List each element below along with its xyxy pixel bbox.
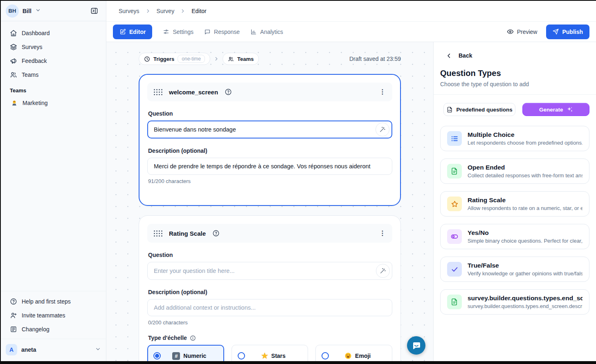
description-input[interactable]: Merci de prendre le temps de répondre à … xyxy=(147,158,392,175)
question-title-placeholder: Enter your question title here... xyxy=(154,268,371,274)
tab-editor[interactable]: Editor xyxy=(113,25,152,39)
star-emoji-icon: ★ xyxy=(261,352,268,360)
type-description: Collect detailed responses with free-for… xyxy=(468,172,583,179)
app-window: BH Bill Dashboard Surveys Feedback xyxy=(1,1,596,361)
sidebar-item-label: Dashboard xyxy=(22,30,50,36)
publish-button[interactable]: Publish xyxy=(546,25,589,39)
sidebar-item-surveys[interactable]: Surveys xyxy=(6,40,101,54)
help-circle-icon xyxy=(10,298,17,305)
drag-handle-icon[interactable] xyxy=(154,89,162,95)
breadcrumb-survey[interactable]: Survey xyxy=(157,8,175,14)
question-card-header[interactable]: Rating Scale ⋮ xyxy=(147,224,392,243)
description-input[interactable]: Add additional context or instructions..… xyxy=(147,299,392,316)
description-label: Description (optional) xyxy=(148,147,391,154)
sidebar-item-teams[interactable]: Teams xyxy=(6,68,101,82)
workspace-switcher[interactable]: BH Bill xyxy=(1,1,106,21)
generate-button[interactable]: Generate xyxy=(522,103,589,116)
workspace-avatar: BH xyxy=(6,4,19,18)
question-type-end-screen[interactable]: survey.builder.questions.types.end_scr..… xyxy=(440,289,589,315)
edit-icon xyxy=(119,29,126,35)
question-card-welcome-screen[interactable]: welcome_screen ⋮ Question Bienvenue dans… xyxy=(139,74,401,206)
sidebar-item-invite[interactable]: Invite teammates xyxy=(6,308,101,322)
chevron-right-icon xyxy=(180,8,186,14)
scale-option-stars[interactable]: ★ Stars xyxy=(232,345,308,361)
radio-icon xyxy=(238,352,245,360)
scale-option-emoji[interactable]: Emoji xyxy=(315,345,392,361)
scale-option-label: Emoji xyxy=(355,353,371,359)
question-types-panel: Back Question Types Choose the type of q… xyxy=(433,42,596,361)
tab-label: Editor xyxy=(129,29,146,35)
kebab-menu-icon[interactable]: ⋮ xyxy=(379,230,386,237)
preview-button[interactable]: Preview xyxy=(507,28,538,35)
teams-section-label: Teams xyxy=(6,82,101,96)
drag-handle-icon[interactable] xyxy=(154,230,162,237)
eye-icon xyxy=(507,28,514,35)
smiley-emoji-icon xyxy=(344,352,352,360)
sidebar-item-team-marketing[interactable]: Marketing xyxy=(6,96,101,110)
description-value: Merci de prendre le temps de répondre à … xyxy=(154,163,371,170)
chevron-right-icon xyxy=(145,8,151,14)
tab-response[interactable]: Response xyxy=(204,29,240,35)
file-text-icon xyxy=(447,164,462,179)
ai-rewrite-button[interactable] xyxy=(376,264,390,278)
question-card-title: Rating Scale xyxy=(169,230,206,237)
kebab-menu-icon[interactable]: ⋮ xyxy=(379,89,386,95)
sidebar-footer: Help and first steps Invite teammates Ch… xyxy=(1,291,106,336)
sidebar-item-feedback[interactable]: Feedback xyxy=(6,54,101,68)
question-card-rating-scale[interactable]: Rating Scale ⋮ Question Enter your quest… xyxy=(139,215,401,361)
editor-toolbar: Editor Settings Response Analytics Previ… xyxy=(106,22,596,42)
publish-label: Publish xyxy=(562,29,583,35)
chat-widget-button[interactable] xyxy=(407,336,425,355)
scale-type-options: # Numeric ★ Stars xyxy=(147,345,392,361)
breadcrumb-surveys[interactable]: Surveys xyxy=(119,8,139,14)
question-title-input[interactable]: Bienvenue dans notre sondage xyxy=(147,121,392,138)
question-type-multiple-choice[interactable]: Multiple Choice Let respondents choose f… xyxy=(440,126,589,151)
question-type-yes-no[interactable]: Yes/No Simple binary choice questions. P… xyxy=(440,224,589,249)
radio-icon xyxy=(322,352,329,360)
type-title: Rating Scale xyxy=(468,197,583,204)
newspaper-icon xyxy=(10,326,17,333)
bar-chart-icon xyxy=(250,29,257,35)
question-card-header[interactable]: welcome_screen ⋮ xyxy=(147,83,392,101)
account-menu[interactable]: A aneta xyxy=(1,339,106,361)
scale-type-label: Type d'échelle xyxy=(148,335,391,341)
preview-label: Preview xyxy=(517,29,538,35)
breadcrumb: Surveys Survey Editor xyxy=(106,1,596,22)
ai-rewrite-button[interactable] xyxy=(376,123,389,136)
tab-settings[interactable]: Settings xyxy=(163,29,193,35)
panel-subtitle: Choose the type of question to add xyxy=(440,81,589,87)
sidebar-item-label: Surveys xyxy=(22,44,43,50)
send-icon xyxy=(553,29,559,35)
collapse-sidebar-button[interactable] xyxy=(87,4,101,18)
magic-wand-icon xyxy=(380,268,386,274)
sidebar-item-dashboard[interactable]: Dashboard xyxy=(6,26,101,40)
question-type-true-false[interactable]: True/False Verify knowledge or gather op… xyxy=(440,257,589,282)
megaphone-icon xyxy=(10,57,17,65)
list-icon xyxy=(447,131,462,146)
file-text-icon xyxy=(447,295,462,309)
sidebar-item-label: Help and first steps xyxy=(22,298,71,305)
account-name: aneta xyxy=(21,346,36,353)
home-icon xyxy=(10,29,17,37)
sidebar-item-changelog[interactable]: Changelog xyxy=(6,322,101,336)
tab-analytics[interactable]: Analytics xyxy=(250,29,283,35)
tab-label: Analytics xyxy=(260,29,283,35)
back-button[interactable]: Back xyxy=(440,52,589,59)
question-type-open-ended[interactable]: Open Ended Collect detailed responses wi… xyxy=(440,159,589,184)
sidebar-item-label: Marketing xyxy=(22,100,47,106)
sidebar-item-label: Changelog xyxy=(22,326,49,333)
file-code-icon xyxy=(447,107,453,113)
radio-icon xyxy=(153,352,161,360)
question-title-value: Bienvenue dans notre sondage xyxy=(154,126,371,133)
question-type-rating-scale[interactable]: Rating Scale Allow respondents to rate o… xyxy=(440,191,589,217)
predefined-questions-button[interactable]: Predefined questions xyxy=(443,103,515,116)
scale-option-numeric[interactable]: # Numeric xyxy=(147,345,224,361)
question-title-input[interactable]: Enter your question title here... xyxy=(147,262,392,280)
type-description: Let respondents choose from predefined o… xyxy=(468,140,583,146)
question-type-list: Multiple Choice Let respondents choose f… xyxy=(440,126,589,315)
sidebar-item-help[interactable]: Help and first steps xyxy=(6,295,101,308)
teams-pill[interactable]: Teams xyxy=(223,53,259,65)
sidebar-item-label: Teams xyxy=(22,71,38,78)
type-title: True/False xyxy=(468,262,583,269)
triggers-pill[interactable]: Triggers one-time xyxy=(139,53,210,65)
